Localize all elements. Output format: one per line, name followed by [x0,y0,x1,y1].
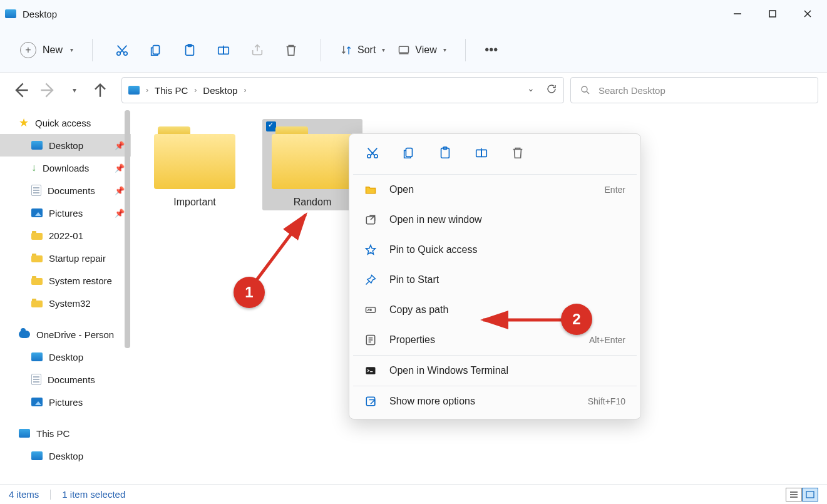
ctx-terminal[interactable]: Open in Windows Terminal [349,356,640,386]
view-label: View [415,44,436,56]
breadcrumb-root[interactable]: This PC [155,85,188,96]
svg-rect-8 [399,46,409,53]
sidebar-downloads[interactable]: ↓Downloads📌 [0,157,131,179]
svg-rect-3 [153,45,159,54]
ctx-pin-start[interactable]: Pin to Start [349,265,640,295]
ctx-delete-button[interactable] [511,146,525,162]
window-title: Desktop [23,9,57,19]
sidebar-folder[interactable]: System restore [0,269,131,292]
sidebar-od-pictures[interactable]: Pictures [0,391,131,413]
sidebar-desktop[interactable]: Desktop📌 [0,134,131,157]
sort-label: Sort [357,44,376,56]
refresh-button[interactable] [546,83,557,97]
svg-rect-15 [476,150,481,157]
chevron-right-icon: › [194,86,197,95]
view-details-button[interactable] [786,488,802,501]
sidebar-item-label: System32 [49,298,91,309]
up-button[interactable] [90,80,110,100]
svg-rect-6 [218,47,223,54]
ctx-label: Show more options [389,396,475,407]
ctx-label: Open in Windows Terminal [389,365,508,376]
chevron-down-icon: ▾ [443,46,446,53]
view-icons-button[interactable] [802,488,818,501]
sort-button[interactable]: Sort ▾ [337,37,388,63]
ctx-pin-quick[interactable]: Pin to Quick access [349,235,640,265]
cloud-icon [19,331,30,338]
history-chevron-icon[interactable]: ⌄ [527,83,535,97]
open-new-window-icon [364,213,377,226]
chevron-right-icon: › [244,86,246,95]
sidebar-this-pc[interactable]: This PC [0,422,131,445]
ctx-shortcut: Alt+Enter [589,335,625,345]
address-bar[interactable]: › This PC › Desktop › ⌄ [121,77,564,103]
pc-icon [19,429,30,438]
ctx-properties[interactable]: PropertiesAlt+Enter [349,325,640,355]
desktop-icon [31,141,43,150]
desktop-icon [31,352,43,361]
new-button[interactable]: + New ▾ [14,38,80,62]
sidebar-pc-desktop[interactable]: Desktop [0,445,131,467]
sidebar-item-label: OneDrive - Person [36,329,114,340]
folder-icon [272,126,353,189]
ctx-paste-button[interactable] [438,146,452,162]
sidebar-folder[interactable]: 2022-01 [0,224,131,247]
search-box[interactable] [570,77,818,103]
plus-icon: + [20,42,36,58]
folder-icon [31,254,43,262]
folder-item-important[interactable]: Important [145,119,245,210]
sidebar-od-documents[interactable]: Documents [0,368,131,391]
title-bar: Desktop [0,0,827,28]
ctx-label: Open in new window [389,214,482,225]
sidebar-item-label: Documents [48,374,95,385]
breadcrumb-current[interactable]: Desktop [203,85,237,96]
svg-point-9 [582,86,587,92]
cut-button[interactable] [109,37,135,63]
star-outline-icon [364,244,377,256]
recent-button[interactable]: ▾ [64,80,84,100]
sidebar-pictures[interactable]: Pictures📌 [0,202,131,224]
forward-button[interactable] [38,80,58,100]
minimize-button[interactable] [723,4,752,24]
share-button[interactable] [244,37,270,63]
ctx-open-new[interactable]: Open in new window [349,205,640,235]
view-button[interactable]: View ▾ [395,37,448,63]
sidebar-item-label: This PC [36,428,69,439]
folder-item-random[interactable]: Random [262,119,362,210]
sidebar-quick-access[interactable]: ★Quick access [0,111,131,134]
document-icon [31,185,41,196]
back-button[interactable] [11,80,31,100]
svg-rect-12 [406,148,412,157]
pictures-icon [31,398,43,406]
sidebar-folder[interactable]: Startup repair [0,247,131,269]
rename-button[interactable] [210,37,237,63]
ctx-copy-button[interactable] [402,146,416,162]
ctx-open[interactable]: OpenEnter [349,175,640,205]
terminal-icon [364,364,377,377]
context-menu: OpenEnter Open in new window Pin to Quic… [349,133,641,419]
ctx-rename-button[interactable] [475,146,488,162]
scrollbar-thumb[interactable] [125,110,130,348]
sidebar-item-label: Startup repair [49,253,106,264]
sidebar-folder[interactable]: System32 [0,292,131,314]
sidebar-onedrive[interactable]: OneDrive - Person [0,323,131,346]
folder-icon [154,126,235,189]
more-options-icon [364,395,377,408]
ctx-label: Pin to Start [389,274,439,285]
search-input[interactable] [598,85,809,96]
paste-button[interactable] [177,37,203,63]
desktop-icon [31,451,43,460]
delete-button[interactable] [278,37,304,63]
ctx-cut-button[interactable] [366,146,379,162]
folder-name: Important [147,197,242,208]
pin-icon: 📌 [115,186,125,195]
sidebar-od-desktop[interactable]: Desktop [0,346,131,368]
status-selection: 1 item selected [62,489,125,500]
sidebar-item-label: Documents [48,185,95,196]
ctx-more-options[interactable]: Show more optionsShift+F10 [349,386,640,416]
svg-rect-16 [481,150,486,157]
maximize-button[interactable] [758,4,787,24]
copy-button[interactable] [143,37,169,63]
more-button[interactable]: ••• [478,37,505,63]
sidebar-documents[interactable]: Documents📌 [0,179,131,202]
close-button[interactable] [793,4,822,24]
